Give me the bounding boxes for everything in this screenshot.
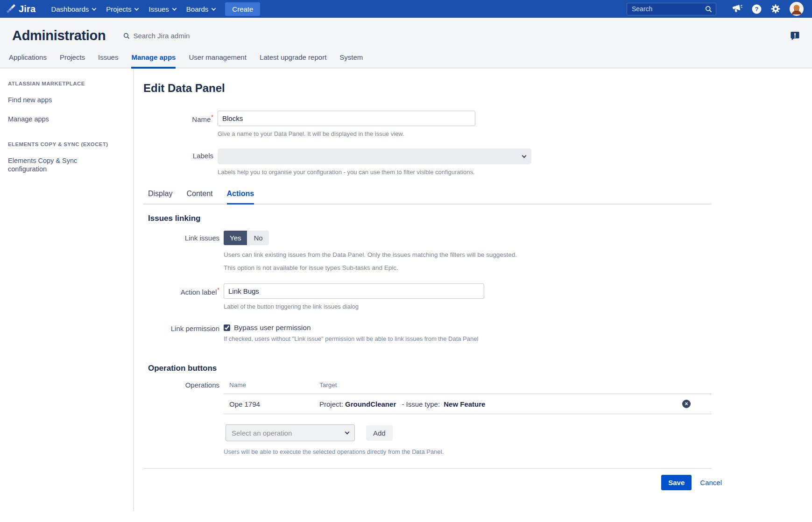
feedback-icon[interactable] xyxy=(790,31,800,41)
tab-manage-apps[interactable]: Manage apps xyxy=(131,53,176,69)
operation-name: Ope 1794 xyxy=(229,400,319,408)
nav-issues[interactable]: Issues xyxy=(143,0,181,18)
target-project-value: GroundCleaner xyxy=(345,400,396,408)
operation-buttons-heading: Operation buttons xyxy=(143,364,712,373)
add-operation-button[interactable]: Add xyxy=(366,425,393,441)
sidebar-heading-exocet: ELEMENTS COPY & SYNC (EXOCET) xyxy=(8,141,127,147)
top-navbar: Jira Dashboards Projects Issues Boards C… xyxy=(0,0,812,18)
chevron-down-icon xyxy=(522,154,527,158)
chevron-down-icon xyxy=(345,430,350,435)
chevron-down-icon xyxy=(134,6,139,11)
jira-logo-icon xyxy=(6,3,17,14)
action-label-label: Action label* xyxy=(143,283,219,310)
sidebar-gap xyxy=(8,134,127,141)
nav-dashboards-label: Dashboards xyxy=(51,5,89,13)
labels-help-text: Labels help you to organise your configu… xyxy=(218,169,712,176)
nav-boards[interactable]: Boards xyxy=(181,0,221,18)
operation-target: Project: GroundCleaner - Issue type: New… xyxy=(319,400,682,408)
sidebar-heading-marketplace: ATLASSIAN MARKETPLACE xyxy=(8,81,127,86)
nav-search-input[interactable]: Search xyxy=(627,3,716,15)
labels-label: Labels xyxy=(143,148,213,176)
help-icon[interactable]: ? xyxy=(752,4,762,14)
link-issues-toggle: Yes No xyxy=(224,231,269,245)
edit-data-panel-title: Edit Data Panel xyxy=(143,82,712,95)
tab-actions[interactable]: Actions xyxy=(227,190,254,205)
operations-column-name: Name xyxy=(229,381,319,388)
link-issues-help-2: This option is not available for issue t… xyxy=(224,264,712,271)
required-marker: * xyxy=(211,114,213,120)
target-issue-type-value: New Feature xyxy=(444,400,485,408)
link-permission-label: Link permission xyxy=(143,321,219,342)
sidebar-item-manage-apps[interactable]: Manage apps xyxy=(8,115,90,123)
target-issue-type-label: - Issue type: xyxy=(402,400,440,408)
nav-projects-label: Projects xyxy=(106,5,131,13)
chevron-down-icon xyxy=(92,6,97,11)
admin-tab-bar: Applications Projects Issues Manage apps… xyxy=(0,53,812,69)
nav-dashboards[interactable]: Dashboards xyxy=(46,0,101,18)
bypass-user-permission-checkbox[interactable] xyxy=(224,324,230,331)
operation-select-placeholder: Select an operation xyxy=(232,429,346,437)
table-row: Ope 1794 Project: GroundCleaner - Issue … xyxy=(224,394,712,414)
action-label-field[interactable] xyxy=(224,283,484,299)
required-marker: * xyxy=(217,287,219,293)
tab-content[interactable]: Content xyxy=(186,190,212,204)
nav-issues-label: Issues xyxy=(148,5,169,13)
action-label-help-text: Label of the button triggering the link … xyxy=(224,303,712,310)
labels-select[interactable] xyxy=(218,148,531,164)
name-label: Name* xyxy=(143,111,213,137)
link-issues-yes-button[interactable]: Yes xyxy=(224,231,247,245)
operations-column-target: Target xyxy=(319,381,337,388)
page-title: Administration xyxy=(12,28,106,43)
admin-header: Administration Search Jira admin Applica… xyxy=(0,18,812,69)
admin-search-input[interactable]: Search Jira admin xyxy=(123,32,190,40)
nav-projects[interactable]: Projects xyxy=(101,0,143,18)
operations-table-header: Name Target xyxy=(224,380,712,394)
sidebar-item-elements-copy-sync-configuration[interactable]: Elements Copy & Sync configuration xyxy=(8,156,90,173)
admin-search-placeholder: Search Jira admin xyxy=(133,32,190,40)
name-help-text: Give a name to your Data Panel. It will … xyxy=(218,130,712,137)
megaphone-icon[interactable] xyxy=(732,4,742,14)
tab-applications[interactable]: Applications xyxy=(9,53,47,67)
target-project-label: Project: xyxy=(319,400,343,408)
link-issues-help-1: Users can link existing issues from the … xyxy=(224,251,712,258)
operations-help-text: Users will be able to execute the select… xyxy=(224,448,712,455)
create-button[interactable]: Create xyxy=(225,2,260,16)
chevron-down-icon xyxy=(172,6,177,11)
search-icon xyxy=(123,33,130,39)
nav-search-placeholder: Search xyxy=(632,5,705,13)
search-icon xyxy=(705,6,712,13)
panel-tab-bar: Display Content Actions xyxy=(143,190,712,205)
link-issues-no-button[interactable]: No xyxy=(247,231,268,245)
sidebar-item-find-new-apps[interactable]: Find new apps xyxy=(8,96,90,104)
chevron-down-icon xyxy=(212,6,216,11)
link-issues-label: Link issues xyxy=(143,231,219,271)
remove-operation-icon[interactable]: × xyxy=(682,400,691,408)
tab-user-management[interactable]: User management xyxy=(189,53,246,67)
operation-select[interactable]: Select an operation xyxy=(226,424,355,441)
bypass-user-permission-label: Bypass user permission xyxy=(234,324,311,332)
gear-icon[interactable] xyxy=(771,4,780,14)
sidebar: ATLASSIAN MARKETPLACE Find new apps Mana… xyxy=(0,69,134,511)
operations-label: Operations xyxy=(143,380,219,455)
avatar[interactable] xyxy=(790,2,804,16)
issues-linking-heading: Issues linking xyxy=(143,214,712,223)
cancel-button[interactable]: Cancel xyxy=(700,479,722,487)
brand-name: Jira xyxy=(19,4,35,14)
jira-logo[interactable]: Jira xyxy=(6,3,35,14)
main-content: Edit Data Panel Name* Give a name to you… xyxy=(134,69,812,511)
svg-text:?: ? xyxy=(755,6,759,13)
name-field[interactable] xyxy=(218,111,475,126)
tab-projects[interactable]: Projects xyxy=(60,53,85,67)
save-button[interactable]: Save xyxy=(661,475,692,490)
tab-display[interactable]: Display xyxy=(148,190,172,204)
tab-system[interactable]: System xyxy=(339,53,363,67)
link-permission-help-text: If checked, users without "Link issue" p… xyxy=(224,335,712,342)
tab-issues[interactable]: Issues xyxy=(98,53,118,67)
nav-boards-label: Boards xyxy=(186,5,209,13)
footer-divider xyxy=(143,468,712,469)
tab-latest-upgrade-report[interactable]: Latest upgrade report xyxy=(260,53,326,67)
